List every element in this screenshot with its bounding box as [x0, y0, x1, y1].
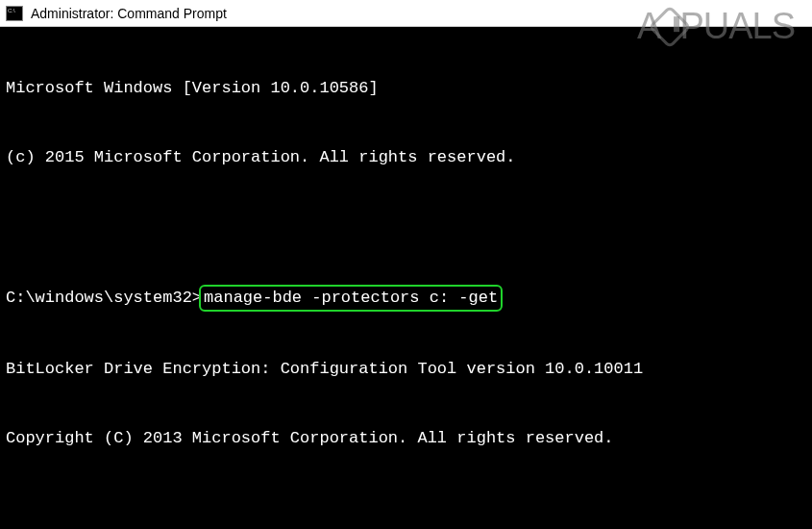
watermark-logo: A PUALS [637, 6, 795, 47]
tool-copyright-line: Copyright (C) 2013 Microsoft Corporation… [6, 427, 806, 450]
cmd-prompt-icon [6, 6, 23, 21]
copyright-line: (c) 2015 Microsoft Corporation. All righ… [6, 146, 806, 169]
terminal-area[interactable]: Microsoft Windows [Version 10.0.10586] (… [0, 27, 812, 529]
blank-line [6, 496, 806, 519]
prompt-path: C:\windows\system32> [6, 287, 202, 310]
blank-line [6, 215, 806, 239]
watermark-right: PUALS [679, 6, 795, 47]
highlighted-command: manage-bde -protectors c: -get [199, 285, 503, 312]
prompt-line: C:\windows\system32>manage-bde -protecto… [6, 285, 806, 312]
os-header-line: Microsoft Windows [Version 10.0.10586] [6, 77, 806, 100]
window-title: Administrator: Command Prompt [31, 6, 227, 21]
tool-header-line: BitLocker Drive Encryption: Configuratio… [6, 358, 806, 381]
